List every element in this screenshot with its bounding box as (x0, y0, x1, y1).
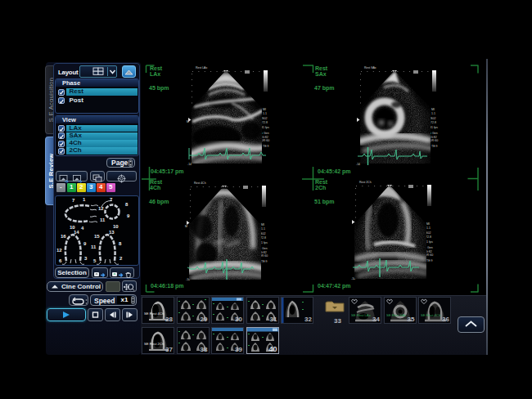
svg-text:8: 8 (119, 241, 122, 246)
svg-text:9: 9 (83, 241, 87, 246)
svg-text:Rest LAx: Rest LAx (196, 66, 207, 69)
svg-text:-14: -14 (187, 163, 192, 166)
svg-text:10: 10 (113, 224, 119, 229)
svg-text:MI: MI (263, 108, 266, 111)
svg-text:S02: S02 (431, 117, 435, 120)
svg-text:DR:60: DR:60 (261, 139, 269, 142)
svg-text:2: 2 (119, 256, 123, 261)
svg-text:SE Rest 4Ch: SE Rest 4Ch (144, 312, 165, 316)
svg-text:1.1: 1.1 (263, 112, 267, 115)
svg-text:Gen: Gen (264, 132, 269, 135)
svg-text:SE Rest SAx: SE Rest SAx (386, 313, 407, 317)
svg-text:Rest 2Ch: Rest 2Ch (359, 181, 372, 184)
svg-text:72.8: 72.8 (431, 121, 436, 124)
svg-text:11: 11 (91, 244, 97, 249)
svg-text:9: 9 (127, 213, 130, 218)
svg-text:Rest 4Ch: Rest 4Ch (194, 182, 206, 185)
svg-text:SE Rest 4Ch: SE Rest 4Ch (421, 313, 441, 317)
svg-text:7: 7 (72, 198, 75, 203)
svg-text:MI: MI (426, 222, 430, 226)
svg-text:12: 12 (56, 248, 62, 253)
svg-text:14: 14 (74, 230, 79, 235)
svg-text:G:82: G:82 (426, 250, 432, 253)
svg-text:31 fps: 31 fps (430, 126, 438, 129)
svg-text:TE:9: TE:9 (431, 145, 438, 148)
svg-text:12: 12 (98, 206, 104, 211)
svg-text:SE Rest 2Ch: SE Rest 2Ch (144, 342, 165, 346)
svg-text:6: 6 (59, 258, 62, 263)
svg-text:72.8: 72.8 (262, 121, 268, 124)
svg-text:DR:60: DR:60 (430, 139, 438, 142)
svg-text:11: 11 (100, 217, 106, 222)
svg-text:1.1: 1.1 (431, 112, 435, 115)
svg-text:13: 13 (109, 230, 115, 235)
svg-text:15: 15 (94, 234, 100, 239)
svg-text:TE:9: TE:9 (426, 259, 433, 262)
svg-text:-14: -14 (356, 163, 360, 166)
svg-text:1: 1 (83, 197, 86, 202)
svg-text:1.1: 1.1 (426, 226, 431, 230)
svg-text:TE:9: TE:9 (263, 145, 269, 148)
svg-text:31 fps: 31 fps (261, 126, 269, 129)
svg-text:Gen: Gen (262, 247, 268, 250)
svg-text:16: 16 (61, 234, 66, 239)
svg-text:G:82: G:82 (431, 136, 437, 139)
svg-text:3: 3 (84, 256, 88, 261)
svg-text:7: 7 (110, 197, 113, 202)
svg-text:G:82: G:82 (260, 251, 267, 254)
svg-text:SE Rest LAx: SE Rest LAx (351, 313, 372, 317)
svg-text:5: 5 (93, 258, 97, 263)
svg-text:Gen: Gen (432, 132, 438, 135)
svg-text:MI: MI (431, 108, 435, 111)
svg-text:Rest SAx: Rest SAx (364, 66, 376, 69)
svg-text:MI: MI (261, 223, 264, 226)
svg-text:72.8: 72.8 (426, 235, 431, 239)
svg-text:TE:9: TE:9 (261, 260, 268, 263)
svg-text:4: 4 (81, 226, 84, 231)
svg-text:8: 8 (125, 202, 128, 207)
svg-text:1.1: 1.1 (261, 227, 265, 231)
svg-text:Gen: Gen (427, 246, 433, 249)
svg-text:M: M (185, 225, 187, 228)
svg-text:S02: S02 (262, 117, 267, 120)
svg-text:G:82: G:82 (262, 136, 268, 139)
svg-text:72.8: 72.8 (260, 236, 266, 240)
